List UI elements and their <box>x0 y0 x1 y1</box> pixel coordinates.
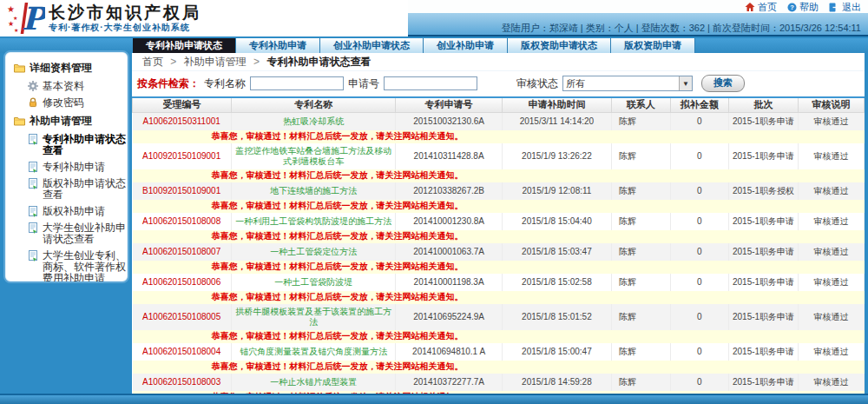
cell-patent-name[interactable]: 一种止水锚片成型装置 <box>231 374 396 391</box>
folder-icon <box>14 63 25 73</box>
column-header-8: 审核说明 <box>799 97 865 112</box>
cell-accept-no[interactable]: B100920150109001 <box>133 182 232 200</box>
row-message-text: 恭喜您，审核通过！材料汇总后统一发放，请关注网站相关通知。 <box>133 231 542 242</box>
form-icon <box>28 206 38 217</box>
patent-name-input[interactable] <box>250 76 344 90</box>
sidebar-group-2[interactable]: 补助申请管理 <box>7 111 126 131</box>
row-message-text: 恭喜您，审核通过！材料汇总后统一发放，请关注网站相关通知。 <box>133 262 542 272</box>
table-header-row: 受理编号专利名称专利申请号申请补助时间联系人拟补金额批次审核说明 <box>133 97 865 112</box>
sidebar-item-1-2[interactable]: 修改密码 <box>7 95 126 111</box>
tab-1[interactable]: 专利补助申请状态 <box>133 38 236 53</box>
cell-batch: 2015-1职务申请 <box>729 112 799 130</box>
sidebar-item-2-5[interactable]: 大学生创业补助申请状态查看 <box>7 220 126 248</box>
tab-4[interactable]: 创业补助申请 <box>424 38 508 53</box>
cell-patent-name[interactable]: 地下连续墙的施工方法 <box>231 182 396 200</box>
cell-amount: 0 <box>670 343 728 361</box>
help-link-label: 帮助 <box>799 1 819 14</box>
column-header-2: 专利名称 <box>231 97 396 112</box>
cell-batch: 2015-1职务申请 <box>729 304 799 330</box>
cell-contact: 陈辉 <box>612 343 670 361</box>
cell-review: 审核通过 <box>799 243 865 261</box>
home-link[interactable]: 首页 <box>745 1 777 14</box>
cell-accept-no[interactable]: A100920150109001 <box>133 143 232 169</box>
breadcrumb-manage[interactable]: 补助申请管理 <box>184 56 247 68</box>
column-header-7: 批次 <box>729 97 799 112</box>
cell-patent-name[interactable]: 热虹吸冷却系统 <box>231 112 396 130</box>
sidebar-menu: 详细资料管理基本资料修改密码补助申请管理专利补助申请状态查看专利补助申请版权补助… <box>7 58 126 283</box>
cell-amount: 0 <box>670 274 728 291</box>
cell-accept-no[interactable]: A100620150108008 <box>133 213 232 230</box>
cell-patent-name[interactable]: 一种利用土工管袋构筑防波堤的施工方法 <box>231 213 396 230</box>
top-links: 首页 ? 帮助 退出 <box>745 1 861 14</box>
cell-patent-name[interactable]: 盖挖逆作地铁车站叠合墙施工方法及移动式剥墙模板台车 <box>231 143 396 169</box>
sidebar-item-2-1[interactable]: 专利补助申请状态查看 <box>7 131 126 159</box>
lock-icon <box>28 97 38 108</box>
row-message: 恭喜您，审核通过！材料汇总后统一发放，请关注网站相关通知。 <box>133 130 865 143</box>
breadcrumb-home[interactable]: 首页 <box>142 56 163 68</box>
tab-6[interactable]: 版权资助申请 <box>611 38 695 53</box>
table-row: A100620150108007一种土工管袋定位方法201410001063.7… <box>133 243 865 261</box>
cell-batch: 2015-1职务申请 <box>729 243 799 261</box>
logout-link[interactable]: 退出 <box>829 1 861 14</box>
tab-5[interactable]: 版权资助申请状态 <box>508 38 611 53</box>
help-icon: ? <box>787 3 797 12</box>
cell-review: 审核通过 <box>799 182 865 200</box>
org-titles: 长沙市知识产权局 专利·著作权·大学生创业补助系统 <box>49 3 201 34</box>
cell-accept-no[interactable]: A100620150108005 <box>133 304 232 330</box>
cell-review: 审核通过 <box>799 343 865 361</box>
table-row: A100620150108008一种利用土工管袋构筑防波堤的施工方法201410… <box>133 213 865 230</box>
sidebar-item-2-4[interactable]: 版权补助申请 <box>7 203 126 220</box>
cell-app-no: 201410372277.7A <box>396 374 502 391</box>
row-message-text: 恭喜您，审核通过！材料汇总后统一发放，请关注网站相关通知。 <box>133 292 542 302</box>
form-icon <box>28 250 38 262</box>
column-header-5: 联系人 <box>612 97 670 112</box>
cell-app-no: 201410695224.9A <box>396 304 502 330</box>
table-row: A100620150311001热虹吸冷却系统201510032130.6A20… <box>133 112 865 130</box>
cell-app-no: 201410001063.7A <box>396 243 502 261</box>
cell-apply-time: 2015/1/8 14:59:28 <box>502 374 611 391</box>
help-link[interactable]: ? 帮助 <box>787 1 819 14</box>
cell-contact: 陈辉 <box>612 274 670 291</box>
cell-patent-name[interactable]: 一种土工管袋定位方法 <box>231 243 396 261</box>
cell-patent-name[interactable]: 锚穴角度测量装置及锚穴角度测量方法 <box>231 343 396 361</box>
sidebar-item-2-2[interactable]: 专利补助申请 <box>7 159 126 176</box>
breadcrumb-separator: > <box>170 56 176 68</box>
cell-app-no: 201410694810.1 A <box>396 343 502 361</box>
header: ★ ★ ★ ★ P 长沙市知识产权局 专利·著作权·大学生创业补助系统 首页 ?… <box>0 0 868 36</box>
cell-apply-time: 2015/1/8 15:00:47 <box>502 343 611 361</box>
cell-contact: 陈辉 <box>612 112 670 130</box>
form-icon <box>28 222 38 234</box>
cell-review: 审核通过 <box>799 274 865 291</box>
column-header-6: 拟补金额 <box>670 97 728 112</box>
cell-review: 审核通过 <box>799 304 865 330</box>
cell-accept-no[interactable]: A100620150311001 <box>133 112 232 130</box>
cell-apply-time: 2015/1/9 12:08:11 <box>502 182 611 200</box>
cell-patent-name[interactable]: 一种土工管袋防波堤 <box>231 274 396 291</box>
sidebar-group-1[interactable]: 详细资料管理 <box>7 58 126 78</box>
app-no-input[interactable] <box>384 76 477 90</box>
cell-app-no: 201410001198.3A <box>396 274 502 291</box>
user-info: 登陆用户：郑深靖 | 类别：个人 | 登陆次数：362 | 前次登陆时间：201… <box>502 22 861 35</box>
cell-accept-no[interactable]: A100620150108004 <box>133 343 232 361</box>
cell-accept-no[interactable]: A100620150108007 <box>133 243 232 261</box>
tab-3[interactable]: 创业补助申请状态 <box>320 38 424 53</box>
cell-review: 审核通过 <box>799 213 865 230</box>
cell-accept-no[interactable]: A100620150108003 <box>133 374 232 391</box>
table-row: A100620150108004锚穴角度测量装置及锚穴角度测量方法2014106… <box>133 343 865 361</box>
breadcrumb-separator: > <box>253 56 260 68</box>
cell-accept-no[interactable]: A100620150108006 <box>133 274 232 291</box>
cell-amount: 0 <box>670 143 728 169</box>
sidebar-item-2-6[interactable]: 大学生创业专利、商标、软件著作权费用补助申请 <box>7 248 126 283</box>
tab-bar: 专利补助申请状态专利补助申请创业补助申请状态创业补助申请版权资助申请状态版权资助… <box>0 38 868 53</box>
search-button[interactable]: 搜索 <box>701 75 745 92</box>
sidebar-item-2-3[interactable]: 版权补助申请状态查看 <box>7 176 126 203</box>
tab-2[interactable]: 专利补助申请 <box>236 38 320 53</box>
cell-app-no: 201410001230.8A <box>396 213 502 230</box>
column-header-3: 专利申请号 <box>396 97 502 112</box>
svg-text:★: ★ <box>14 28 18 33</box>
cell-batch: 2015-1职务申请 <box>729 274 799 291</box>
cell-patent-name[interactable]: 拱桥牛腿模板装置及基于该装置的施工方法 <box>231 304 396 330</box>
sidebar-item-1-1[interactable]: 基本资料 <box>7 78 126 95</box>
svg-text:P: P <box>22 1 45 36</box>
status-select[interactable]: 所有 ▼ <box>562 76 693 91</box>
